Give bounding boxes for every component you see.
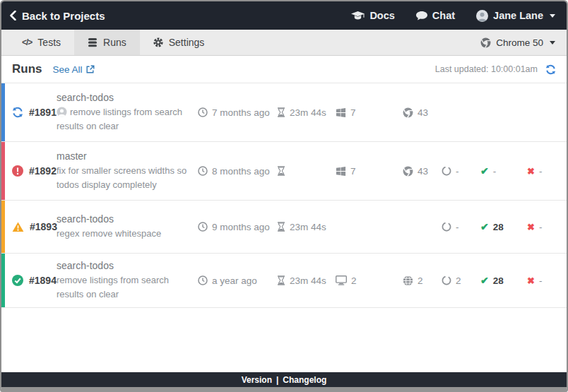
- chat-link[interactable]: Chat: [416, 10, 455, 21]
- browser-count: 43: [418, 107, 428, 118]
- os-cell: 7: [336, 166, 403, 177]
- committer-avatar-icon: [57, 107, 67, 117]
- version-link[interactable]: Version: [242, 375, 272, 385]
- passed-cell: ✔ 28: [480, 221, 527, 232]
- run-row-1893[interactable]: #1893 search-todos regex remove whitespa…: [1, 201, 567, 254]
- run-status-cell: #1894: [5, 275, 57, 286]
- failed-cell: ✖ -: [527, 166, 562, 177]
- tab-tests-label: Tests: [37, 37, 61, 48]
- tab-tests[interactable]: </> Tests: [8, 30, 74, 55]
- branch-name: search-todos: [57, 260, 191, 271]
- time-ago-cell: 9 months ago: [198, 222, 277, 232]
- user-menu[interactable]: Jane Lane: [476, 10, 555, 22]
- footer-bar: Version | Changelog: [1, 372, 567, 387]
- content-spacer: [1, 308, 567, 372]
- passed-count: -: [493, 166, 497, 177]
- run-number: #1894: [29, 275, 57, 286]
- top-navbar: Back to Projects Docs: [1, 1, 567, 30]
- run-list: #1891 search-todos remove listings from …: [1, 83, 567, 308]
- duration-cell: [277, 166, 336, 176]
- passed-count: 28: [493, 222, 504, 232]
- check-icon: ✔: [480, 221, 489, 232]
- check-icon: ✔: [480, 275, 489, 286]
- duration-cell: 23m 44s: [277, 275, 336, 286]
- user-avatar-icon: [476, 10, 488, 22]
- graduation-cap-icon: [351, 11, 365, 20]
- commit-message: regex remove whitespace: [57, 227, 191, 241]
- pending-cell: 2: [442, 275, 480, 286]
- failed-count: -: [539, 222, 543, 232]
- clock-icon: [198, 275, 208, 285]
- commit-message: remove listings from search results on c…: [57, 273, 191, 301]
- last-updated: Last updated: 10:00:01am: [435, 64, 556, 75]
- browser-count: 2: [418, 275, 423, 286]
- status-stripe: [1, 254, 5, 307]
- passed-cell: ✔ -: [480, 165, 527, 177]
- chat-label: Chat: [432, 10, 455, 21]
- x-icon: ✖: [527, 222, 535, 232]
- hourglass-icon: [277, 222, 285, 232]
- external-link-icon: [86, 65, 95, 73]
- run-status-cell: #1893: [5, 221, 57, 232]
- tab-bar: </> Tests Runs: [1, 30, 567, 56]
- run-row-1894[interactable]: #1894 search-todos remove listings from …: [1, 254, 567, 308]
- os-count: 2: [351, 275, 357, 286]
- failed-cell: ✖ -: [527, 222, 562, 232]
- browser-selector[interactable]: Chrome 50: [480, 37, 555, 48]
- run-status-cell: #1892: [5, 165, 57, 177]
- os-count: 7: [350, 107, 356, 118]
- chrome-icon: [480, 37, 491, 48]
- clock-icon: [198, 166, 208, 176]
- commit-cell: search-todos remove listings from search…: [57, 92, 198, 133]
- hourglass-icon: [277, 107, 285, 117]
- time-ago-label: 9 months ago: [212, 222, 270, 232]
- refresh-icon[interactable]: [545, 64, 556, 75]
- tab-settings[interactable]: Settings: [140, 30, 218, 55]
- caret-down-icon: [550, 41, 555, 44]
- run-number: #1891: [29, 107, 57, 118]
- error-icon: [12, 165, 23, 177]
- run-row-1891[interactable]: #1891 search-todos remove listings from …: [1, 83, 567, 142]
- passed-count: 28: [493, 275, 504, 286]
- commit-cell: master fix for smaller screens widths so…: [57, 150, 198, 191]
- back-to-projects-label: Back to Projects: [22, 10, 105, 22]
- runs-header: Runs See All Last updated: 10:00:01am: [1, 56, 567, 83]
- failed-cell: ✖ -: [527, 275, 562, 286]
- clock-icon: [198, 222, 208, 232]
- docs-link[interactable]: Docs: [351, 10, 394, 21]
- stack-icon: [88, 38, 97, 47]
- back-to-projects-link[interactable]: Back to Projects: [10, 10, 105, 22]
- x-icon: ✖: [527, 166, 535, 177]
- chevron-left-icon: [10, 11, 16, 20]
- chat-bubble-icon: [416, 11, 427, 20]
- pending-count: -: [456, 222, 459, 232]
- docs-label: Docs: [369, 10, 394, 21]
- check-icon: ✔: [480, 165, 489, 177]
- see-all-link[interactable]: See All: [53, 64, 95, 75]
- time-ago-label: 7 months ago: [212, 107, 270, 118]
- time-ago-label: 8 months ago: [212, 166, 270, 177]
- tab-runs[interactable]: Runs: [74, 30, 140, 55]
- passed-icon: [12, 275, 23, 286]
- last-updated-label: Last updated: 10:00:01am: [435, 64, 538, 74]
- duration-label: 23m 44s: [290, 275, 326, 286]
- app-window: Back to Projects Docs: [0, 0, 568, 392]
- duration-cell: 23m 44s: [277, 107, 336, 118]
- commit-message: fix for smaller screens widths so todos …: [57, 164, 191, 191]
- duration-label: 23m 44s: [290, 222, 326, 232]
- run-row-1892[interactable]: #1892 master fix for smaller screens wid…: [1, 142, 567, 201]
- commit-cell: search-todos regex remove whitespace: [57, 213, 198, 241]
- changelog-link[interactable]: Changelog: [283, 375, 326, 385]
- browser-cell: 2: [403, 275, 442, 286]
- status-stripe: [1, 201, 5, 253]
- commit-cell: search-todos remove listings from search…: [57, 260, 198, 301]
- desktop-icon: [336, 275, 347, 285]
- chrome-icon: [403, 166, 413, 177]
- windows-icon: [336, 107, 346, 118]
- running-icon: [12, 107, 23, 118]
- branch-name: search-todos: [57, 213, 191, 225]
- user-name-label: Jane Lane: [493, 10, 543, 21]
- hourglass-icon: [277, 166, 285, 176]
- os-count: 7: [350, 166, 356, 177]
- time-ago-cell: 8 months ago: [198, 166, 277, 177]
